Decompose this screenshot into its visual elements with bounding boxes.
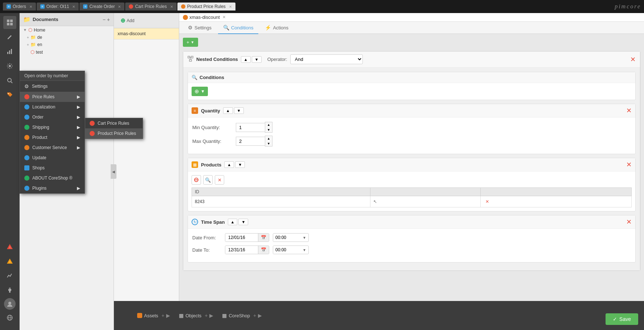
tree-item-de[interactable]: + 📁 de (20, 34, 114, 41)
quantity-up-button[interactable]: ▲ (223, 107, 233, 114)
sidebar-icon-analytics[interactable] (3, 45, 16, 58)
sidebar-icon-config[interactable] (3, 59, 16, 73)
sidebar-icon-plug[interactable] (3, 284, 16, 297)
create-order-tab-icon: ≡ (83, 4, 87, 9)
doc-panel-collapse-handle[interactable]: ◀ (111, 164, 116, 179)
content-tab-close[interactable]: ✕ (222, 15, 226, 20)
sidebar-icon-search[interactable] (3, 74, 16, 87)
inner-add-button[interactable]: ⊕ ▼ (192, 87, 208, 96)
context-menu-product[interactable]: Product ▶ (20, 132, 85, 143)
sidebar-icon-chart[interactable] (3, 269, 16, 282)
de-expand-icon[interactable]: + (27, 36, 29, 40)
submenu-cart-price-rules[interactable]: Cart Price Rules (85, 118, 143, 128)
tree-item-test[interactable]: + ⬡ test (20, 48, 114, 56)
date-to-calendar-btn[interactable]: 📅 (258, 246, 269, 254)
tab-conditions[interactable]: 🔍 Conditions (218, 22, 258, 34)
sidebar-avatar[interactable] (4, 298, 16, 310)
inner-add-area: ⊕ ▼ (188, 83, 635, 100)
context-menu-customer-service[interactable]: Customer Service ▶ (20, 143, 85, 153)
nested-up-button[interactable]: ▲ (241, 56, 251, 63)
date-to-input[interactable] (225, 246, 258, 254)
max-quantity-down[interactable]: ▼ (265, 141, 272, 146)
tree-item-en[interactable]: + 📁 en (20, 41, 114, 48)
products-clear-btn[interactable]: ✕ (215, 175, 224, 185)
sidebar-icon-globe[interactable] (3, 311, 16, 324)
context-menu-shops[interactable]: Shops (20, 163, 85, 173)
context-menu-shipping[interactable]: Shipping ▶ (20, 122, 85, 132)
doc-panel-expand[interactable]: + (107, 17, 110, 22)
coreshop-add-icon[interactable]: + (253, 313, 256, 318)
assets-add-icon[interactable]: + (161, 313, 164, 318)
tab-create-order[interactable]: ≡ Create Order ✕ (79, 3, 124, 11)
assets-expand-icon[interactable]: ▶ (166, 313, 170, 318)
bottom-coreshop-item[interactable]: ▦ CoreShop + ▶ (218, 310, 266, 321)
coreshop-expand-icon[interactable]: ▶ (258, 313, 262, 318)
timespan-remove-button[interactable]: ✕ (626, 218, 632, 226)
context-menu-localization[interactable]: Localization ▶ (20, 102, 85, 112)
context-menu-price-rules[interactable]: Price Rules ▶ (20, 92, 85, 102)
context-menu-settings[interactable]: ⚙ Settings (20, 81, 85, 92)
products-up-button[interactable]: ▲ (224, 161, 234, 168)
objects-expand-icon[interactable]: ▶ (209, 313, 213, 318)
create-order-tab-close[interactable]: ✕ (118, 5, 121, 9)
sidebar-icon-dashboard[interactable] (3, 16, 16, 29)
bottom-objects-item[interactable]: ▦ Objects + ▶ (175, 310, 217, 321)
max-quantity-input[interactable] (236, 137, 265, 146)
objects-add-icon[interactable]: + (205, 313, 208, 318)
xmas-discount-item[interactable]: xmas-discount (114, 28, 179, 40)
orders-tab-close[interactable]: ✕ (29, 5, 32, 9)
quantity-down-button[interactable]: ▼ (234, 107, 244, 114)
doc-panel-minimize[interactable]: − (103, 17, 106, 22)
min-quantity-spinner: ▲ ▼ (265, 122, 272, 133)
time-from-select[interactable]: 00:00 (273, 234, 300, 242)
tab-cart-price-rules[interactable]: Cart Price Rules ✕ (125, 3, 176, 11)
tab-order-ol11[interactable]: ≡ Order: Ol11 ✕ (37, 3, 79, 11)
max-quantity-up[interactable]: ▲ (265, 136, 272, 141)
context-menu-about[interactable]: ABOUT CoreShop ® (20, 173, 85, 183)
submenu-product-price-rules[interactable]: Product Price Rules (85, 128, 143, 139)
tab-orders[interactable]: ≡ Orders ✕ (3, 3, 36, 11)
tree-item-home[interactable]: ▼ ⬡ Home (20, 26, 114, 34)
nested-down-button[interactable]: ▼ (252, 56, 262, 63)
min-quantity-label: Min Quantity: (192, 125, 232, 130)
home-expand-icon[interactable]: ▼ (23, 28, 27, 32)
tab-product-price-rules[interactable]: Product Price Rules ✕ (177, 3, 235, 11)
nested-remove-button[interactable]: ✕ (630, 55, 636, 63)
cart-price-rules-tab-close[interactable]: ✕ (170, 5, 173, 9)
date-from-input-wrap: 📅 (225, 233, 269, 242)
min-quantity-down[interactable]: ▼ (265, 127, 272, 132)
save-button[interactable]: ✓ Save (606, 313, 638, 325)
products-remove-button[interactable]: ✕ (626, 161, 632, 169)
min-quantity-up[interactable]: ▲ (265, 122, 272, 127)
sidebar-icon-edit[interactable] (3, 30, 16, 44)
product-row-delete-btn[interactable]: ✕ (484, 198, 491, 205)
context-menu-order[interactable]: Order ▶ (20, 112, 85, 122)
context-menu-plugins[interactable]: Plugins ▶ (20, 183, 85, 193)
timespan-up-button[interactable]: ▲ (228, 219, 238, 225)
quantity-remove-button[interactable]: ✕ (626, 107, 632, 115)
operator-select[interactable]: And Or (290, 54, 363, 64)
time-from-wrap: 00:00 ▼ (273, 233, 309, 242)
tab-actions[interactable]: ⚡ Actions (260, 22, 294, 34)
min-quantity-input[interactable] (236, 123, 265, 132)
products-search-btn[interactable]: 🔍 (203, 175, 213, 185)
products-down-button[interactable]: ▼ (235, 161, 245, 168)
sidebar-icon-tag[interactable] (3, 88, 16, 102)
add-condition-button[interactable]: + ▼ (183, 38, 198, 47)
sidebar-icon-alert1[interactable]: ! (3, 240, 16, 253)
context-menu-update[interactable]: Update (20, 153, 85, 163)
time-to-select[interactable]: 00:00 (273, 246, 300, 254)
date-from-calendar-btn[interactable]: 📅 (258, 234, 269, 242)
date-from-input[interactable] (225, 234, 258, 242)
tab-settings[interactable]: ⚙ Settings (183, 22, 217, 34)
add-rule-button[interactable]: ⊕ Add (118, 16, 137, 25)
en-expand-icon[interactable]: + (27, 43, 29, 47)
timespan-down-button[interactable]: ▼ (238, 219, 248, 225)
cart-price-rules-tab-icon (129, 4, 133, 9)
products-delete-btn[interactable] (192, 175, 201, 185)
product-price-rules-tab-close[interactable]: ✕ (229, 5, 232, 9)
bottom-assets-item[interactable]: Assets + ▶ (134, 310, 174, 321)
order-ol11-tab-close[interactable]: ✕ (72, 5, 75, 9)
max-quantity-row: Max Quantity: ▲ ▼ (192, 136, 631, 147)
sidebar-icon-alert2[interactable]: ! (3, 255, 16, 268)
